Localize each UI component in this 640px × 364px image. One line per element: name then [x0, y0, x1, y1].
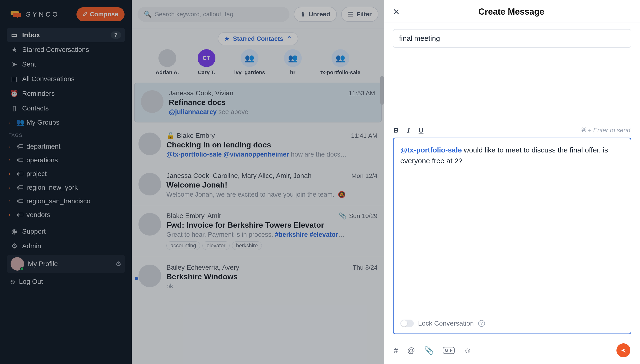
- nav-reminders[interactable]: ⏰ Reminders: [7, 86, 125, 101]
- conversation-item[interactable]: Bailey Echeverria, AveryThu 8/24 Berkshi…: [132, 257, 384, 297]
- compose-label: Compose: [90, 10, 118, 18]
- nav-logout-label: Log Out: [19, 278, 43, 286]
- nav-contacts-label: Contacts: [22, 104, 49, 112]
- preview: @tx-portfolio-sale @vivianoppenheimer ho…: [166, 151, 377, 158]
- nav-mygroups[interactable]: › 👥 My Groups: [7, 116, 125, 129]
- filter-button[interactable]: ☰ Filter: [341, 7, 378, 22]
- tag-pill[interactable]: berkshire: [232, 241, 262, 250]
- bold-button[interactable]: B: [394, 126, 399, 134]
- conversation-item[interactable]: Blake Embry, Amir📎Sun 10/29 Fwd: Invoice…: [132, 205, 384, 257]
- tag-pill[interactable]: accounting: [166, 241, 200, 250]
- starred-contacts-label: Starred Contacts: [233, 35, 283, 42]
- nav-support[interactable]: ◉ Support: [7, 224, 125, 239]
- tag-project[interactable]: ›🏷project: [7, 167, 125, 180]
- unread-icon: ⇪: [301, 10, 306, 18]
- lock-conversation-row: Lock Conversation ?: [400, 316, 624, 327]
- attachment-button[interactable]: 📎: [424, 346, 434, 355]
- text-caret: [463, 157, 463, 164]
- nav-contacts[interactable]: ▯ Contacts: [7, 101, 125, 116]
- lock-label: Lock Conversation: [418, 320, 474, 327]
- tag-department[interactable]: ›🏷department: [7, 140, 125, 153]
- from-text: Blake Embry: [177, 132, 215, 139]
- gif-button[interactable]: GIF: [443, 347, 455, 354]
- tag-icon: 🏷: [17, 156, 24, 164]
- preview-text: how are the docs…: [289, 151, 347, 158]
- tag-label: department: [27, 142, 61, 150]
- tag-label: region_new_york: [27, 184, 78, 191]
- tag-label: vendors: [27, 211, 51, 219]
- from: Bailey Echeverria, Avery: [166, 264, 239, 271]
- subject-wrap: [384, 23, 640, 54]
- contact-label: Adrian A.: [155, 70, 179, 76]
- contact-cary[interactable]: CTCary T.: [198, 49, 216, 76]
- conversation-item[interactable]: 🔒Blake Embry11:41 AM Checking in on lend…: [132, 125, 384, 165]
- contact-txportfolio[interactable]: 👥tx-portfolio-sale: [320, 49, 360, 76]
- close-icon[interactable]: ✕: [393, 7, 399, 16]
- contact-ivy[interactable]: 👥ivy_gardens: [234, 49, 265, 76]
- nav-sent[interactable]: ➤ Sent: [7, 57, 125, 72]
- conversation-item[interactable]: Janessa Cook, Vivian11:53 AM Refinance d…: [134, 82, 382, 122]
- nav-admin[interactable]: ⚙ Admin: [7, 239, 125, 253]
- nav-sent-label: Sent: [22, 60, 36, 68]
- mute-icon: 🔕: [338, 191, 345, 198]
- send-button[interactable]: [616, 343, 630, 357]
- hashtag: #berkshire: [275, 231, 308, 238]
- mention: @tx-portfolio-sale: [166, 151, 222, 158]
- lifebuoy-icon: ◉: [11, 228, 18, 235]
- gear-icon[interactable]: ⚙: [116, 260, 121, 268]
- nav-all-label: All Conversations: [22, 75, 75, 83]
- editor-wrap: @tx-portfolio-sale would like to meet to…: [384, 138, 640, 339]
- unread-button[interactable]: ⇪ Unread: [294, 7, 337, 22]
- sidebar: SYNCO Compose ▭ Inbox 7 ★ Starred Conver…: [0, 0, 132, 364]
- starred-contacts-toggle[interactable]: ★ Starred Contacts ⌃: [218, 32, 298, 46]
- time: Mon 12/4: [351, 172, 377, 180]
- toolbar: 🔍 Search keyword, callout, tag ⇪ Unread …: [132, 0, 384, 28]
- nav-starred[interactable]: ★ Starred Conversations: [7, 42, 125, 57]
- tag-label: region_san_francisco: [27, 197, 90, 205]
- starred-contacts-bar: ★ Starred Contacts ⌃ Adrian A. CTCary T.…: [132, 28, 384, 80]
- underline-button[interactable]: U: [418, 126, 423, 134]
- nav-logout[interactable]: ⎋ Log Out: [7, 274, 125, 289]
- tag-region-sf[interactable]: ›🏷region_san_francisco: [7, 194, 125, 208]
- preview: Great to hear. Payment is in process. #b…: [166, 231, 377, 238]
- tag-region-ny[interactable]: ›🏷region_new_york: [7, 180, 125, 194]
- search-input[interactable]: 🔍 Search keyword, callout, tag: [137, 7, 290, 22]
- from: Janessa Cook, Caroline, Mary Alice, Amir…: [166, 172, 312, 180]
- help-icon[interactable]: ?: [478, 320, 485, 327]
- message-editor[interactable]: @tx-portfolio-sale would like to meet to…: [393, 138, 631, 334]
- unread-label: Unread: [309, 10, 330, 18]
- avatar: CT: [198, 49, 216, 67]
- nav-inbox[interactable]: ▭ Inbox 7: [7, 28, 125, 42]
- italic-button[interactable]: I: [407, 126, 410, 134]
- contact-label: Cary T.: [198, 70, 215, 76]
- subject-input[interactable]: [393, 29, 631, 48]
- mention: @juliannacarey: [169, 108, 217, 116]
- preview-text: see above: [217, 108, 248, 116]
- tag-vendors[interactable]: ›🏷vendors: [7, 208, 125, 222]
- contact-hr[interactable]: 👥hr: [284, 49, 302, 76]
- profile-row[interactable]: My Profile ⚙: [7, 255, 125, 273]
- compose-button[interactable]: Compose: [76, 7, 125, 21]
- logout-icon: ⎋: [11, 278, 15, 286]
- group-icon: 👥: [332, 49, 349, 67]
- lock-toggle[interactable]: [400, 320, 414, 327]
- conversation-item[interactable]: Janessa Cook, Caroline, Mary Alice, Amir…: [132, 165, 384, 205]
- scrollbar[interactable]: [380, 76, 384, 105]
- tag-operations[interactable]: ›🏷operations: [7, 153, 125, 167]
- nav-all[interactable]: ▤ All Conversations: [7, 72, 125, 86]
- star-icon: ★: [11, 46, 18, 54]
- profile-label: My Profile: [28, 260, 58, 268]
- nav-reminders-label: Reminders: [22, 90, 55, 98]
- chevron-right-icon: ›: [9, 143, 14, 150]
- tag-icon: 🏷: [17, 142, 24, 150]
- tag-pills: accounting elevator berkshire: [166, 241, 377, 250]
- send-icon: [620, 348, 626, 353]
- mention-button[interactable]: @: [407, 346, 415, 355]
- emoji-button[interactable]: ☺: [464, 346, 472, 355]
- hashtag-button[interactable]: #: [394, 346, 398, 355]
- nav-starred-label: Starred Conversations: [22, 46, 89, 54]
- sidebar-bottom: ◉ Support ⚙ Admin My Profile ⚙ ⎋ Log Out: [0, 224, 132, 289]
- preview-text: Welcome Jonah, we are excited to have yo…: [166, 191, 334, 198]
- contact-adrian[interactable]: Adrian A.: [155, 49, 179, 76]
- tag-pill[interactable]: elevator: [202, 241, 229, 250]
